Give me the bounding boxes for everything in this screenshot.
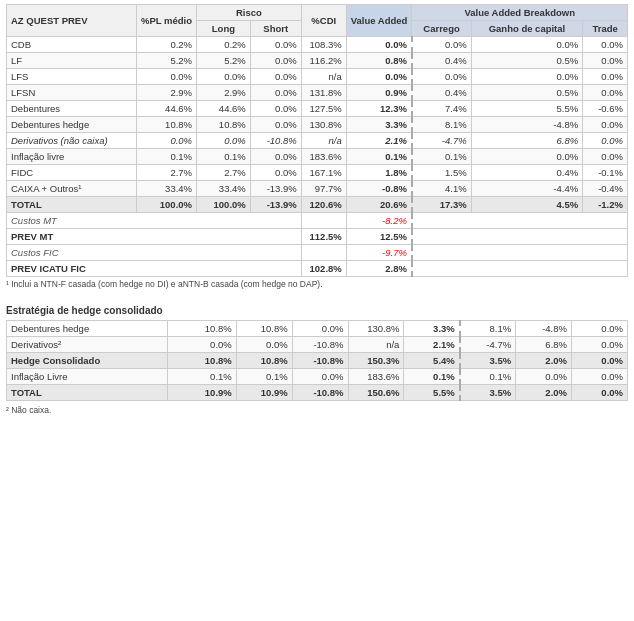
footnote1: ¹ Inclui a NTN-F casada (com hedge no DI…: [6, 277, 628, 291]
row-pl: 2.7%: [137, 165, 197, 181]
row-trade: 0.0%: [583, 53, 628, 69]
row-va: 0.8%: [346, 53, 412, 69]
col-title: AZ QUEST PREV: [7, 5, 137, 37]
row-carrego: -4.7%: [412, 133, 471, 149]
row-cdi: 108.3%: [301, 37, 346, 53]
row-cdi: n/a: [301, 69, 346, 85]
footnote2: ² Não caixa.: [6, 403, 628, 417]
row-cdi: 130.8%: [301, 117, 346, 133]
hedge-row-carrego: -4.7%: [460, 337, 516, 353]
bottom-total-label: TOTAL: [7, 385, 168, 401]
inf-ganho: 0.0%: [516, 369, 572, 385]
hedge-total-pl: 10.8%: [168, 353, 236, 369]
hedge-row-long: 10.8%: [236, 321, 292, 337]
row-label: CDB: [7, 37, 137, 53]
prev-mt-va: 12.5%: [346, 229, 412, 245]
total-ganho: 4.5%: [471, 197, 583, 213]
row-carrego: 0.1%: [412, 149, 471, 165]
prev-icatu-cdi: 102.8%: [301, 261, 346, 277]
row-cdi: 167.1%: [301, 165, 346, 181]
custos-mt-va: -8.2%: [346, 213, 412, 229]
inf-va: 0.1%: [404, 369, 460, 385]
total-short: -13.9%: [250, 197, 301, 213]
hedge-row-va: 3.3%: [404, 321, 460, 337]
row-ganho: 6.8%: [471, 133, 583, 149]
row-long: 0.0%: [197, 133, 251, 149]
row-short: -10.8%: [250, 133, 301, 149]
row-va: 3.3%: [346, 117, 412, 133]
custos-mt-empty2: [412, 213, 628, 229]
col-ganho: Ganho de capital: [471, 21, 583, 37]
inf-cdi: 183.6%: [348, 369, 404, 385]
row-label: Inflação livre: [7, 149, 137, 165]
row-trade: 0.0%: [583, 69, 628, 85]
row-trade: 0.0%: [583, 149, 628, 165]
hedge-total-carrego: 3.5%: [460, 353, 516, 369]
hedge-row-trade: 0.0%: [572, 337, 628, 353]
row-ganho: -4.4%: [471, 181, 583, 197]
row-pl: 0.0%: [137, 69, 197, 85]
row-ganho: 0.5%: [471, 85, 583, 101]
inf-trade: 0.0%: [572, 369, 628, 385]
prev-icatu-empty: [412, 261, 628, 277]
col-va: Value Added: [346, 5, 412, 37]
bottom-total-carrego: 3.5%: [460, 385, 516, 401]
prev-icatu-va: 2.8%: [346, 261, 412, 277]
hedge-row-pl: 10.8%: [168, 321, 236, 337]
row-carrego: 7.4%: [412, 101, 471, 117]
row-va: 0.1%: [346, 149, 412, 165]
hedge-row-ganho: -4.8%: [516, 321, 572, 337]
custos-fic-empty2: [412, 245, 628, 261]
row-carrego: 4.1%: [412, 181, 471, 197]
custos-fic-label: Custos FIC: [7, 245, 302, 261]
row-trade: -0.6%: [583, 101, 628, 117]
row-cdi: 127.5%: [301, 101, 346, 117]
row-label: Debentures: [7, 101, 137, 117]
row-pl: 0.1%: [137, 149, 197, 165]
row-long: 44.6%: [197, 101, 251, 117]
bottom-total-cdi: 150.6%: [348, 385, 404, 401]
row-carrego: 0.0%: [412, 37, 471, 53]
hedge-total-long: 10.8%: [236, 353, 292, 369]
hedge-total-label: Hedge Consolidado: [7, 353, 168, 369]
custos-mt-empty: [301, 213, 346, 229]
row-trade: 0.0%: [583, 85, 628, 101]
row-ganho: -4.8%: [471, 117, 583, 133]
row-long: 5.2%: [197, 53, 251, 69]
hedge-row-cdi: 130.8%: [348, 321, 404, 337]
row-pl: 2.9%: [137, 85, 197, 101]
row-short: 0.0%: [250, 69, 301, 85]
row-short: 0.0%: [250, 37, 301, 53]
row-va: 12.3%: [346, 101, 412, 117]
hedge-total-short: -10.8%: [292, 353, 348, 369]
bottom-total-long: 10.9%: [236, 385, 292, 401]
row-long: 10.8%: [197, 117, 251, 133]
row-long: 0.2%: [197, 37, 251, 53]
row-short: -13.9%: [250, 181, 301, 197]
hedge-total-va: 5.4%: [404, 353, 460, 369]
row-ganho: 5.5%: [471, 101, 583, 117]
row-trade: 0.0%: [583, 117, 628, 133]
row-ganho: 0.4%: [471, 165, 583, 181]
row-ganho: 0.0%: [471, 69, 583, 85]
row-label: LFS: [7, 69, 137, 85]
row-trade: -0.4%: [583, 181, 628, 197]
inf-long: 0.1%: [236, 369, 292, 385]
row-carrego: 0.4%: [412, 85, 471, 101]
inf-carrego: 0.1%: [460, 369, 516, 385]
row-ganho: 0.0%: [471, 149, 583, 165]
prev-icatu-label: PREV ICATU FIC: [7, 261, 302, 277]
prev-mt-empty: [412, 229, 628, 245]
hedge-row-pl: 0.0%: [168, 337, 236, 353]
col-cdi: %CDI: [301, 5, 346, 37]
row-short: 0.0%: [250, 149, 301, 165]
row-va: 2.1%: [346, 133, 412, 149]
main-container: AZ QUEST PREV %PL médio Risco %CDI Value…: [0, 0, 634, 421]
row-long: 2.9%: [197, 85, 251, 101]
row-pl: 33.4%: [137, 181, 197, 197]
inf-label: Inflação Livre: [7, 369, 168, 385]
bottom-total-trade: 0.0%: [572, 385, 628, 401]
row-label: LFSN: [7, 85, 137, 101]
total-pl: 100.0%: [137, 197, 197, 213]
row-short: 0.0%: [250, 85, 301, 101]
